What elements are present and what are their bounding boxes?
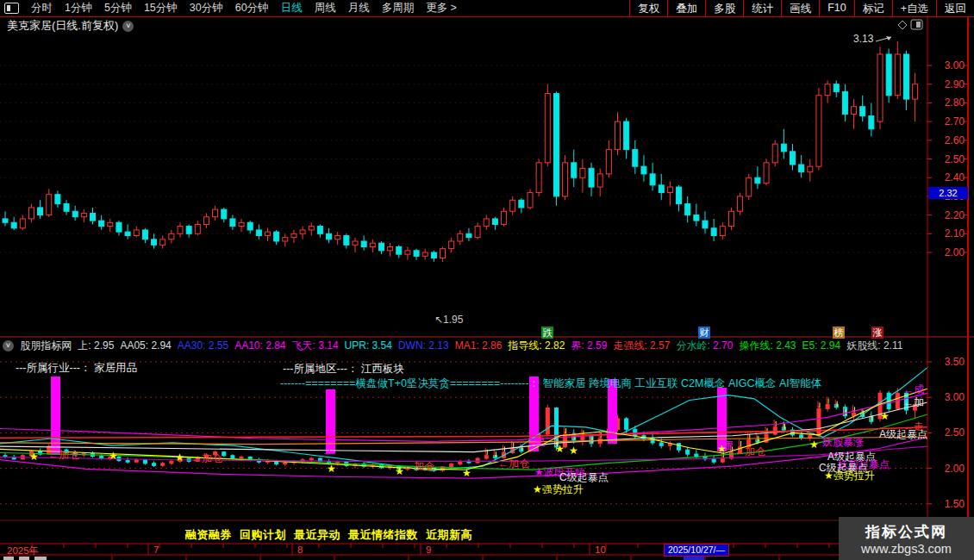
candle (615, 121, 621, 150)
period-item-15分钟[interactable]: 15分钟 (144, 1, 178, 16)
candle (327, 233, 332, 240)
action-button-叠加[interactable]: 叠加 (667, 0, 705, 16)
action-button-F10[interactable]: F10 (819, 0, 854, 16)
period-item-多周期[interactable]: 多周期 (382, 1, 415, 16)
watermark-url: www.zbgs3.com (861, 542, 952, 556)
candle (633, 150, 638, 167)
watermark-box: 指标公式网 www.zbgs3.com (839, 517, 974, 560)
price-axis-label: 2.20 (945, 209, 965, 221)
candle (510, 200, 515, 211)
price-axis-label: 2.10 (945, 227, 965, 240)
candle (431, 252, 436, 258)
watermark-title: 指标公式网 (865, 522, 947, 542)
action-button-+自选[interactable]: +自选 (892, 0, 936, 16)
candle (38, 208, 43, 215)
candle (475, 227, 480, 238)
action-button-复权[interactable]: 复权 (629, 0, 667, 16)
candle (178, 227, 183, 234)
candle (895, 54, 900, 96)
main-candles (3, 41, 918, 262)
candle (877, 54, 883, 121)
app-window: ★★★★★★★★★★★3.002.902.802.702.602.502.402… (0, 0, 974, 560)
period-item-60分钟[interactable]: 60分钟 (235, 1, 269, 16)
candle (108, 222, 113, 226)
signal-label: 里 (723, 439, 734, 453)
candle (378, 243, 384, 251)
candle (860, 107, 865, 116)
indicator-axis-label: 2.50 (945, 426, 965, 439)
period-item-分时[interactable]: 分时 (31, 1, 53, 16)
period-item-30分钟[interactable]: 30分钟 (190, 1, 223, 16)
marker-badge-榜[interactable]: 榜 (833, 327, 845, 339)
marker-badge-财[interactable]: 财 (698, 327, 710, 339)
low-price-annotation: ↖1.95 (434, 314, 463, 326)
candle (47, 195, 52, 215)
bottom-link-最近异动[interactable]: 最近异动 (294, 528, 340, 541)
candle (589, 168, 594, 187)
panel-toggle-icon[interactable] (4, 3, 19, 14)
candle (81, 213, 86, 216)
candle (641, 166, 646, 174)
candle (169, 233, 174, 240)
candle (309, 227, 314, 230)
period-item-月线[interactable]: 月线 (348, 1, 370, 16)
candle (563, 163, 568, 196)
period-item-1分钟[interactable]: 1分钟 (65, 1, 92, 16)
candle (764, 163, 769, 184)
candle (790, 152, 796, 165)
candle (571, 163, 577, 177)
bottom-link-融资融券[interactable]: 融资融券 (185, 528, 232, 541)
indicator-value-UPR: UPR: 3.54 (345, 339, 392, 352)
signal-star: ★ (175, 451, 184, 464)
candle (842, 91, 847, 114)
marker-badge-涨[interactable]: 涨 (871, 327, 883, 339)
chevron-down-icon[interactable]: ˅ (3, 340, 14, 352)
candle (808, 166, 813, 172)
indicator-value-操作线: 操作线: 2.43 (739, 339, 796, 352)
action-button-多股[interactable]: 多股 (705, 0, 743, 16)
candle (247, 222, 253, 230)
diamond-marker-icon[interactable] (898, 21, 907, 29)
candle (222, 209, 227, 219)
period-item-更多 >[interactable]: 更多 > (426, 1, 457, 16)
signal-star: ★ (29, 451, 39, 463)
action-button-统计[interactable]: 统计 (743, 0, 781, 16)
marker-badge-跌[interactable]: 跌 (541, 327, 553, 339)
signal-label: ←加仓 (191, 451, 222, 466)
period-item-周线[interactable]: 周线 (315, 1, 336, 16)
indicator-value-界: 界: 2.59 (571, 339, 607, 352)
signal-label: ←加仓 (403, 459, 434, 474)
action-button-标记[interactable]: 标记 (854, 0, 892, 16)
chevron-down-icon[interactable]: ˅ (122, 21, 134, 32)
candle (344, 235, 349, 245)
candle (667, 187, 672, 193)
action-button-返回[interactable]: 返回 (936, 0, 974, 16)
bottom-link-回购计划[interactable]: 回购计划 (240, 528, 286, 541)
bottom-link-近期新高[interactable]: 近期新高 (426, 528, 472, 541)
candle (624, 121, 629, 150)
candle (799, 165, 804, 172)
industry-line: ---所属行业---： 家居用品 (16, 361, 137, 376)
indicator-value-DWN: DWN: 2.13 (398, 339, 449, 352)
bottom-link-最近情绪指数[interactable]: 最近情绪指数 (348, 528, 418, 541)
candle (230, 219, 235, 227)
candle (781, 144, 786, 152)
indicator-value-指导线: 指导线: 2.82 (508, 339, 565, 352)
candle (886, 54, 891, 96)
current-price-tag: 2.32 (928, 187, 968, 199)
signal-label: A级起暴点 (879, 427, 927, 442)
concept-line: -------========横盘做T+0坚决莫贪========-------… (280, 376, 821, 391)
signal-label: ←加 (903, 395, 924, 410)
candle (502, 211, 507, 224)
indicator-value-AA30: AA30: 2.55 (178, 339, 228, 352)
month-label-7: 7 (153, 544, 159, 555)
candle (650, 174, 655, 185)
period-item-日线[interactable]: 日线 (281, 1, 303, 16)
candle (116, 222, 122, 232)
action-button-画线[interactable]: 画线 (781, 0, 819, 16)
candle (125, 232, 130, 235)
period-item-5分钟[interactable]: 5分钟 (104, 1, 132, 16)
signal-label: ←加仓 (734, 445, 765, 459)
period-menu: 分时1分钟5分钟15分钟30分钟60分钟日线周线月线多周期更多 > (0, 1, 629, 16)
candle (553, 94, 559, 196)
